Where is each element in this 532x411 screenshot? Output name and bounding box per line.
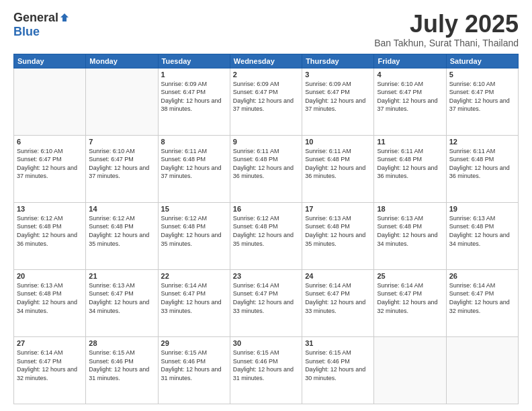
day-number: 7 xyxy=(89,138,154,146)
weekday-header-monday: Monday xyxy=(86,54,158,68)
day-info: Sunrise: 6:10 AM Sunset: 6:47 PM Dayligh… xyxy=(449,80,515,113)
day-info: Sunrise: 6:09 AM Sunset: 6:47 PM Dayligh… xyxy=(161,80,227,113)
day-number: 16 xyxy=(233,205,299,213)
day-info: Sunrise: 6:13 AM Sunset: 6:48 PM Dayligh… xyxy=(449,214,515,248)
weekday-header-friday: Friday xyxy=(374,54,446,68)
calendar-cell xyxy=(446,336,518,404)
day-number: 5 xyxy=(449,71,515,79)
calendar-cell: 28Sunrise: 6:15 AM Sunset: 6:46 PM Dayli… xyxy=(86,336,158,404)
day-info: Sunrise: 6:14 AM Sunset: 6:47 PM Dayligh… xyxy=(161,281,227,315)
day-number: 2 xyxy=(233,71,299,79)
day-number: 13 xyxy=(17,205,83,213)
weekday-header-row: SundayMondayTuesdayWednesdayThursdayFrid… xyxy=(14,54,519,68)
calendar-cell: 22Sunrise: 6:14 AM Sunset: 6:47 PM Dayli… xyxy=(158,269,230,336)
day-number: 28 xyxy=(89,339,154,347)
day-number: 17 xyxy=(305,205,371,213)
calendar-cell: 7Sunrise: 6:10 AM Sunset: 6:47 PM Daylig… xyxy=(86,135,158,202)
svg-marker-0 xyxy=(60,13,69,21)
logo-blue-text: Blue xyxy=(13,25,40,38)
week-row-4: 20Sunrise: 6:13 AM Sunset: 6:48 PM Dayli… xyxy=(14,269,519,336)
day-info: Sunrise: 6:12 AM Sunset: 6:48 PM Dayligh… xyxy=(161,214,227,248)
day-number: 10 xyxy=(305,138,371,146)
day-number: 6 xyxy=(17,138,83,146)
day-number: 23 xyxy=(233,272,299,280)
calendar-cell: 3Sunrise: 6:09 AM Sunset: 6:47 PM Daylig… xyxy=(302,68,374,135)
day-info: Sunrise: 6:11 AM Sunset: 6:48 PM Dayligh… xyxy=(161,147,227,181)
week-row-2: 6Sunrise: 6:10 AM Sunset: 6:47 PM Daylig… xyxy=(14,135,519,202)
logo-general-text: General xyxy=(13,11,58,25)
subtitle: Ban Takhun, Surat Thani, Thailand xyxy=(374,38,519,48)
calendar-cell: 16Sunrise: 6:12 AM Sunset: 6:48 PM Dayli… xyxy=(230,202,302,269)
day-number: 22 xyxy=(161,272,227,280)
day-number: 15 xyxy=(161,205,227,213)
day-info: Sunrise: 6:12 AM Sunset: 6:48 PM Dayligh… xyxy=(233,214,299,248)
day-info: Sunrise: 6:15 AM Sunset: 6:46 PM Dayligh… xyxy=(89,349,154,382)
day-info: Sunrise: 6:15 AM Sunset: 6:46 PM Dayligh… xyxy=(233,349,299,382)
calendar-cell: 30Sunrise: 6:15 AM Sunset: 6:46 PM Dayli… xyxy=(230,336,302,404)
calendar-cell: 8Sunrise: 6:11 AM Sunset: 6:48 PM Daylig… xyxy=(158,135,230,202)
day-number: 9 xyxy=(233,138,299,146)
weekday-header-saturday: Saturday xyxy=(446,54,518,68)
calendar-cell: 12Sunrise: 6:11 AM Sunset: 6:48 PM Dayli… xyxy=(446,135,518,202)
day-number: 12 xyxy=(449,138,515,146)
calendar-cell: 23Sunrise: 6:14 AM Sunset: 6:47 PM Dayli… xyxy=(230,269,302,336)
calendar-cell: 18Sunrise: 6:13 AM Sunset: 6:48 PM Dayli… xyxy=(374,202,446,269)
day-info: Sunrise: 6:15 AM Sunset: 6:46 PM Dayligh… xyxy=(161,349,227,382)
day-info: Sunrise: 6:12 AM Sunset: 6:48 PM Dayligh… xyxy=(89,214,154,248)
week-row-3: 13Sunrise: 6:12 AM Sunset: 6:48 PM Dayli… xyxy=(14,202,519,269)
day-number: 27 xyxy=(17,339,83,347)
title-block: July 2025 Ban Takhun, Surat Thani, Thail… xyxy=(374,11,519,48)
calendar-cell: 10Sunrise: 6:11 AM Sunset: 6:48 PM Dayli… xyxy=(302,135,374,202)
calendar-cell: 13Sunrise: 6:12 AM Sunset: 6:48 PM Dayli… xyxy=(14,202,86,269)
day-number: 1 xyxy=(161,71,227,79)
day-number: 3 xyxy=(305,71,371,79)
calendar-cell: 21Sunrise: 6:13 AM Sunset: 6:47 PM Dayli… xyxy=(86,269,158,336)
day-info: Sunrise: 6:11 AM Sunset: 6:48 PM Dayligh… xyxy=(449,147,515,181)
calendar-cell: 19Sunrise: 6:13 AM Sunset: 6:48 PM Dayli… xyxy=(446,202,518,269)
day-info: Sunrise: 6:14 AM Sunset: 6:47 PM Dayligh… xyxy=(17,349,83,382)
day-info: Sunrise: 6:14 AM Sunset: 6:47 PM Dayligh… xyxy=(449,281,515,315)
calendar-cell: 1Sunrise: 6:09 AM Sunset: 6:47 PM Daylig… xyxy=(158,68,230,135)
calendar-cell: 4Sunrise: 6:10 AM Sunset: 6:47 PM Daylig… xyxy=(374,68,446,135)
day-number: 4 xyxy=(377,71,443,79)
calendar-cell xyxy=(14,68,86,135)
day-number: 14 xyxy=(89,205,154,213)
day-number: 29 xyxy=(161,339,227,347)
day-info: Sunrise: 6:11 AM Sunset: 6:48 PM Dayligh… xyxy=(305,147,371,181)
day-info: Sunrise: 6:14 AM Sunset: 6:47 PM Dayligh… xyxy=(233,281,299,315)
day-number: 8 xyxy=(161,138,227,146)
calendar-cell: 5Sunrise: 6:10 AM Sunset: 6:47 PM Daylig… xyxy=(446,68,518,135)
calendar-cell: 27Sunrise: 6:14 AM Sunset: 6:47 PM Dayli… xyxy=(14,336,86,404)
week-row-1: 1Sunrise: 6:09 AM Sunset: 6:47 PM Daylig… xyxy=(14,68,519,135)
day-info: Sunrise: 6:13 AM Sunset: 6:48 PM Dayligh… xyxy=(17,281,83,315)
weekday-header-sunday: Sunday xyxy=(14,54,86,68)
weekday-header-tuesday: Tuesday xyxy=(158,54,230,68)
day-info: Sunrise: 6:09 AM Sunset: 6:47 PM Dayligh… xyxy=(305,80,371,113)
calendar-cell: 9Sunrise: 6:11 AM Sunset: 6:48 PM Daylig… xyxy=(230,135,302,202)
calendar-cell xyxy=(86,68,158,135)
calendar-cell: 15Sunrise: 6:12 AM Sunset: 6:48 PM Dayli… xyxy=(158,202,230,269)
day-number: 11 xyxy=(377,138,443,146)
day-number: 24 xyxy=(305,272,371,280)
day-number: 21 xyxy=(89,272,154,280)
month-title: July 2025 xyxy=(374,11,519,38)
day-info: Sunrise: 6:14 AM Sunset: 6:47 PM Dayligh… xyxy=(305,281,371,315)
day-info: Sunrise: 6:15 AM Sunset: 6:46 PM Dayligh… xyxy=(305,349,371,382)
day-number: 19 xyxy=(449,205,515,213)
calendar-cell: 20Sunrise: 6:13 AM Sunset: 6:48 PM Dayli… xyxy=(14,269,86,336)
day-info: Sunrise: 6:10 AM Sunset: 6:47 PM Dayligh… xyxy=(89,147,154,181)
page: General Blue July 2025 Ban Takhun, Surat… xyxy=(0,0,532,411)
calendar-cell: 2Sunrise: 6:09 AM Sunset: 6:47 PM Daylig… xyxy=(230,68,302,135)
calendar-cell xyxy=(374,336,446,404)
calendar-cell: 25Sunrise: 6:14 AM Sunset: 6:47 PM Dayli… xyxy=(374,269,446,336)
day-number: 20 xyxy=(17,272,83,280)
day-info: Sunrise: 6:14 AM Sunset: 6:47 PM Dayligh… xyxy=(377,281,443,315)
calendar-cell: 29Sunrise: 6:15 AM Sunset: 6:46 PM Dayli… xyxy=(158,336,230,404)
day-info: Sunrise: 6:13 AM Sunset: 6:48 PM Dayligh… xyxy=(305,214,371,248)
day-info: Sunrise: 6:12 AM Sunset: 6:48 PM Dayligh… xyxy=(17,214,83,248)
day-info: Sunrise: 6:11 AM Sunset: 6:48 PM Dayligh… xyxy=(377,147,443,181)
day-info: Sunrise: 6:10 AM Sunset: 6:47 PM Dayligh… xyxy=(17,147,83,181)
day-number: 18 xyxy=(377,205,443,213)
weekday-header-thursday: Thursday xyxy=(302,54,374,68)
calendar-cell: 17Sunrise: 6:13 AM Sunset: 6:48 PM Dayli… xyxy=(302,202,374,269)
